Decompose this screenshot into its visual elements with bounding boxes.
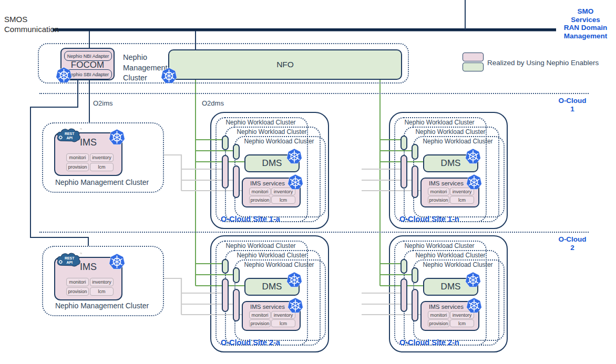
module-lcm: lcm [90, 287, 114, 296]
ocloud-2-label: O-Cloud 2 [555, 235, 590, 252]
workload-cluster-label: Nephio Workload Cluster [215, 242, 306, 249]
module-monitoring: monitori [428, 188, 449, 195]
hidden-ims-services-tab [233, 165, 240, 198]
ocloud-site-2n-card: Nephio Workload Cluster Nephio Workload … [389, 235, 508, 352]
site-label: O-Cloud Site 1-a [221, 215, 280, 223]
site-label: O-Cloud Site 1-n [399, 215, 459, 223]
hidden-dms-tab [233, 144, 240, 160]
dms-label: DMS [262, 282, 282, 292]
dms-label: DMS [441, 158, 461, 169]
hidden-dms-tab [412, 267, 418, 283]
workload-cluster-label: Nephio Workload Cluster [225, 128, 319, 136]
dms-label: DMS [262, 158, 282, 169]
kubernetes-icon [55, 67, 73, 84]
workload-cluster-label: Nephio Workload Cluster [404, 252, 497, 259]
rest-api-badge [56, 127, 82, 144]
module-provision: provision [66, 163, 89, 171]
module-lcm: lcm [450, 319, 474, 327]
hidden-dms-tab [233, 267, 240, 283]
hidden-ims-services-tab [233, 289, 240, 321]
module-monitoring: monitori [428, 311, 449, 319]
o2ims-label: O2ims [93, 99, 113, 107]
nephio-management-cluster-label: Nephio Management Cluster [42, 178, 162, 186]
module-inventory: inventory [90, 153, 114, 162]
ims-modules: monitori inventory provision lcm [66, 153, 114, 171]
hidden-dms-tab [401, 136, 407, 150]
smos-bus-bar [53, 28, 556, 32]
workload-cluster-label: Nephio Workload Cluster [234, 138, 324, 145]
ocloud-1-label: O-Cloud 1 [555, 97, 590, 113]
kubernetes-icon [287, 297, 304, 314]
ocloud-site-1a-card: Nephio Workload Cluster Nephio Workload … [210, 112, 329, 229]
hidden-ims-services-tab [222, 278, 229, 312]
legend-swatch-green [463, 63, 484, 71]
hidden-dms-tab [222, 259, 229, 274]
module-lcm: lcm [450, 196, 474, 204]
module-provision: provision [249, 196, 271, 204]
kubernetes-icon [287, 174, 304, 191]
dms-label: DMS [441, 282, 461, 292]
module-monitoring: monitori [66, 153, 89, 162]
legend-swatch-pink [463, 53, 484, 61]
ims-modules: monitori inventory provision lcm [66, 278, 114, 296]
kubernetes-icon [466, 174, 482, 191]
module-inventory: inventory [90, 278, 114, 286]
module-monitoring: monitori [249, 188, 271, 195]
workload-cluster-label: Nephio Workload Cluster [404, 128, 497, 136]
site-label: O-Cloud Site 2-a [221, 338, 280, 347]
ocloud-site-1n-card: Nephio Workload Cluster Nephio Workload … [389, 112, 508, 229]
kubernetes-icon [108, 253, 126, 271]
module-lcm: lcm [271, 196, 295, 204]
ocloud-1-separator [39, 93, 589, 94]
module-provision: provision [428, 319, 449, 327]
module-lcm: lcm [271, 319, 295, 327]
smo-services-label: SMO Services RAN Domain Management [558, 7, 613, 40]
kubernetes-icon [286, 148, 303, 165]
workload-cluster-label: Nephio Workload Cluster [225, 252, 319, 259]
hidden-ims-services-tab [412, 289, 418, 321]
workload-cluster-label: Nephio Workload Cluster [234, 261, 324, 268]
module-provision: provision [66, 287, 89, 296]
nfo-box: NFO [168, 49, 402, 80]
module-monitoring: monitori [249, 311, 271, 319]
kubernetes-icon [286, 272, 303, 288]
rest-api-badge [56, 251, 82, 268]
kubernetes-icon [466, 297, 482, 314]
smos-communication-label: SMOS Communication [4, 15, 59, 35]
module-provision: provision [428, 196, 449, 204]
hidden-ims-services-tab [401, 155, 407, 189]
hidden-ims-services-tab [412, 165, 418, 198]
nephio-architecture-diagram: Nephio Workload Cluster Nephio Workload … [0, 0, 616, 364]
module-provision: provision [249, 319, 271, 327]
module-monitoring: monitori [66, 278, 89, 286]
module-lcm: lcm [90, 163, 114, 171]
hidden-ims-services-tab [401, 278, 407, 312]
workload-cluster-label: Nephio Workload Cluster [394, 119, 485, 126]
hidden-dms-tab [401, 259, 407, 274]
workload-cluster-label: Nephio Workload Cluster [413, 261, 502, 268]
hidden-dms-tab [412, 144, 418, 160]
o2dms-label: O2dms [202, 99, 224, 107]
kubernetes-icon [465, 148, 481, 165]
workload-cluster-label: Nephio Workload Cluster [394, 242, 485, 249]
ocloud-2-separator [39, 232, 589, 233]
ocloud-site-2a-card: Nephio Workload Cluster Nephio Workload … [210, 235, 329, 352]
nephio-management-cluster-label: Nephio Management Cluster [42, 301, 162, 310]
kubernetes-icon [465, 272, 481, 288]
site-label: O-Cloud Site 2-n [399, 338, 459, 347]
hidden-dms-tab [222, 136, 229, 150]
kubernetes-icon [160, 67, 178, 85]
workload-cluster-label: Nephio Workload Cluster [215, 119, 306, 126]
hidden-ims-services-tab [222, 155, 229, 189]
legend-label: Realized by Using Nephio Enablers [487, 59, 599, 67]
kubernetes-icon [108, 129, 126, 146]
workload-cluster-label: Nephio Workload Cluster [413, 138, 502, 145]
nfo-label: NFO [276, 60, 294, 69]
